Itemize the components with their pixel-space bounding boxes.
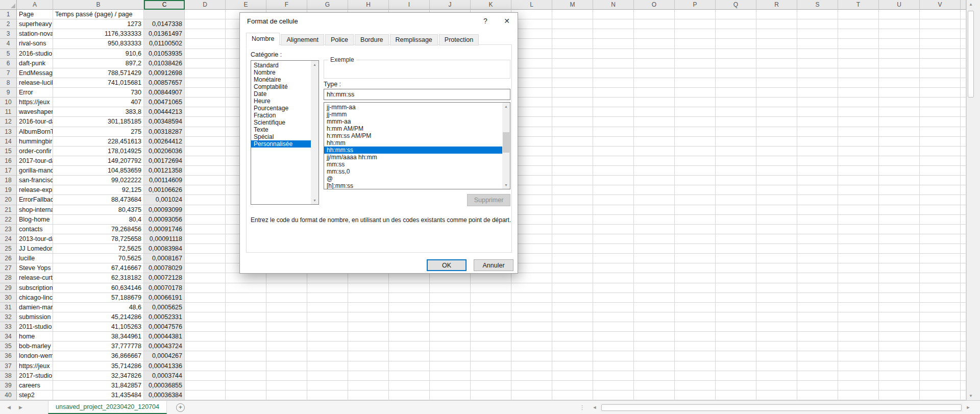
cell-M40[interactable] (552, 391, 593, 400)
column-header-A[interactable]: A (17, 0, 53, 10)
row-header-32[interactable]: 32 (0, 312, 17, 322)
cell-R32[interactable] (756, 312, 797, 322)
cell-A2[interactable]: superheavy (17, 19, 53, 29)
cell-S9[interactable] (797, 88, 838, 98)
cell-T5[interactable] (838, 49, 879, 59)
cell-O5[interactable] (634, 49, 675, 59)
cell-A13[interactable]: AlbumBornT (17, 127, 53, 137)
cell-T39[interactable] (838, 381, 879, 391)
column-header-S[interactable]: S (797, 0, 838, 10)
cell-U4[interactable] (879, 39, 920, 48)
row-header-37[interactable]: 37 (0, 361, 17, 371)
cell-R1[interactable] (756, 10, 797, 19)
cell-V15[interactable] (920, 147, 961, 156)
next-sheet-icon[interactable]: ▶ (19, 405, 22, 410)
row-header-2[interactable]: 2 (0, 19, 17, 29)
cell-F29[interactable] (266, 283, 307, 293)
cell-N9[interactable] (593, 88, 634, 98)
cell-A19[interactable]: release-expl (17, 185, 53, 195)
cell-U29[interactable] (879, 283, 920, 293)
cell-H36[interactable] (348, 351, 389, 361)
cell-P31[interactable] (675, 303, 716, 312)
cell-Q15[interactable] (716, 147, 756, 156)
cell-D38[interactable] (185, 371, 226, 381)
cell-O14[interactable] (634, 137, 675, 147)
cell-A29[interactable]: subscription (17, 283, 53, 293)
dialog-titlebar[interactable]: Format de cellule ? ✕ (240, 13, 518, 30)
cell-F31[interactable] (266, 303, 307, 312)
category-item-sp-cial[interactable]: Spécial (251, 133, 311, 140)
cell-I36[interactable] (389, 351, 430, 361)
cell-U27[interactable] (879, 263, 920, 273)
cell-D29[interactable] (185, 283, 226, 293)
cell-B31[interactable]: 48,6 (53, 303, 144, 312)
cell-K38[interactable] (471, 371, 511, 381)
cell-O21[interactable] (634, 205, 675, 215)
cell-N21[interactable] (593, 205, 634, 215)
cell-C15[interactable]: 0,00206036 (144, 147, 185, 156)
cell-V31[interactable] (920, 303, 961, 312)
cell-T17[interactable] (838, 166, 879, 176)
cell-D5[interactable] (185, 49, 226, 59)
cell-D22[interactable] (185, 215, 226, 225)
cell-S39[interactable] (797, 381, 838, 391)
cell-M17[interactable] (552, 166, 593, 176)
cell-O20[interactable] (634, 195, 675, 205)
cell-Q17[interactable] (716, 166, 756, 176)
cell-O40[interactable] (634, 391, 675, 400)
cell-R20[interactable] (756, 195, 797, 205)
cell-S22[interactable] (797, 215, 838, 225)
cell-F38[interactable] (266, 371, 307, 381)
cell-U19[interactable] (879, 185, 920, 195)
cell-M11[interactable] (552, 107, 593, 117)
cell-B36[interactable]: 36,866667 (53, 351, 144, 361)
cell-J28[interactable] (430, 273, 471, 283)
sheet-tab-active[interactable]: unsaved_project_20230420_120704 (48, 401, 167, 414)
cell-D30[interactable] (185, 293, 226, 303)
cell-U23[interactable] (879, 225, 920, 234)
cell-Q40[interactable] (716, 391, 756, 400)
cell-U15[interactable] (879, 147, 920, 156)
cell-U20[interactable] (879, 195, 920, 205)
cell-H34[interactable] (348, 332, 389, 342)
cell-R25[interactable] (756, 244, 797, 254)
cell-M13[interactable] (552, 127, 593, 137)
column-header-P[interactable]: P (675, 0, 716, 10)
cell-V25[interactable] (920, 244, 961, 254)
cell-G32[interactable] (307, 312, 348, 322)
cell-V10[interactable] (920, 98, 961, 107)
cell-B4[interactable]: 950,833333 (53, 39, 144, 48)
cell-O35[interactable] (634, 342, 675, 351)
cell-M4[interactable] (552, 39, 593, 48)
cell-O32[interactable] (634, 312, 675, 322)
cell-A40[interactable]: step2 (17, 391, 53, 400)
cell-N11[interactable] (593, 107, 634, 117)
cell-S27[interactable] (797, 263, 838, 273)
format-item-h-mm-ss-am-pm[interactable]: h:mm:ss AM/PM (324, 132, 502, 139)
column-header-L[interactable]: L (511, 0, 552, 10)
cell-G31[interactable] (307, 303, 348, 312)
row-header-39[interactable]: 39 (0, 381, 17, 391)
cell-Q39[interactable] (716, 381, 756, 391)
cell-F32[interactable] (266, 312, 307, 322)
cell-R14[interactable] (756, 137, 797, 147)
column-header-T[interactable]: T (838, 0, 879, 10)
cell-A30[interactable]: chicago-linc (17, 293, 53, 303)
cell-U38[interactable] (879, 371, 920, 381)
row-header-16[interactable]: 16 (0, 156, 17, 166)
column-header-B[interactable]: B (53, 0, 144, 10)
cell-U30[interactable] (879, 293, 920, 303)
cell-B1[interactable]: Temps passé (page) / page (53, 10, 144, 19)
cell-T30[interactable] (838, 293, 879, 303)
cell-S35[interactable] (797, 342, 838, 351)
cell-E39[interactable] (226, 381, 266, 391)
cell-A20[interactable]: ErrorFallback (17, 195, 53, 205)
cell-C1[interactable] (144, 10, 185, 19)
cell-T19[interactable] (838, 185, 879, 195)
cell-J31[interactable] (430, 303, 471, 312)
cell-P22[interactable] (675, 215, 716, 225)
cell-A36[interactable]: london-wem (17, 351, 53, 361)
cell-A15[interactable]: order-confir (17, 147, 53, 156)
cell-M3[interactable] (552, 29, 593, 39)
cell-C10[interactable]: 0,00471065 (144, 98, 185, 107)
